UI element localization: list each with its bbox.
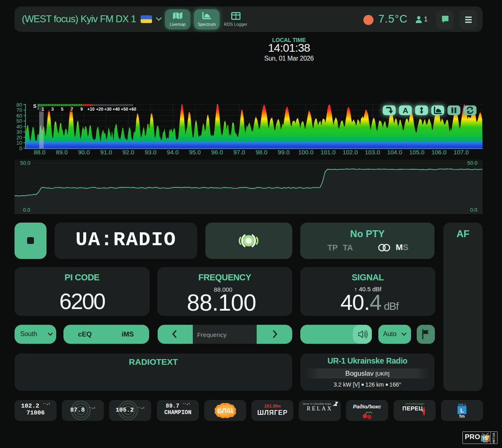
svg-text:10: 10 [17,140,22,146]
svg-text:+30: +30 [104,107,112,111]
svg-text:99.0: 99.0 [278,149,289,156]
svg-text:102.0: 102.0 [343,149,358,156]
svg-text:+20: +20 [96,107,103,111]
svg-text:7: 7 [71,107,73,111]
svg-text:91.0: 91.0 [100,149,112,156]
svg-text:30: 30 [17,129,22,135]
svg-text:50.0: 50.0 [20,160,30,166]
svg-text:L: L [460,407,464,414]
svg-text:50.0: 50.0 [467,160,477,166]
svg-text:5: 5 [61,107,63,111]
svg-text:9: 9 [80,107,83,111]
svg-text:88.0: 88.0 [34,149,45,156]
svg-text:60: 60 [17,113,22,119]
svg-text:98.0: 98.0 [255,149,267,156]
svg-text:101.0: 101.0 [321,149,336,156]
svg-text:A: A [403,106,408,115]
svg-text:90.0: 90.0 [78,149,90,156]
svg-text:0.0: 0.0 [23,207,30,213]
svg-text:95.0: 95.0 [189,149,201,156]
svg-text:40: 40 [17,124,22,130]
svg-text:107.0: 107.0 [453,149,469,156]
svg-text:70: 70 [17,107,22,113]
svg-text:0: 0 [19,145,22,151]
svg-text:96.0: 96.0 [211,149,223,156]
svg-text:+10: +10 [87,107,95,111]
svg-text:97.0: 97.0 [233,149,245,156]
svg-text:TV: TV [482,436,489,442]
svg-text:0.0: 0.0 [470,207,477,213]
svg-text:+60: +60 [129,107,136,111]
svg-text:104.0: 104.0 [387,149,403,156]
svg-text:89.0: 89.0 [56,149,67,156]
svg-text:103.0: 103.0 [365,149,380,156]
svg-text:20: 20 [17,135,22,141]
svg-text:+50: +50 [121,107,128,111]
svg-text:50: 50 [17,118,22,124]
svg-text:100.0: 100.0 [298,149,314,156]
svg-text:92.0: 92.0 [122,149,134,156]
svg-text:93.0: 93.0 [145,149,156,156]
svg-text:106.1: 106.1 [458,403,466,406]
svg-text:БЛіЦ: БЛіЦ [217,407,233,415]
svg-text:106.0: 106.0 [431,149,447,156]
svg-text:80: 80 [17,102,22,108]
svg-text:fm: fm [459,414,465,419]
svg-text:S: S [33,103,36,109]
svg-text:+40: +40 [113,107,120,111]
svg-text:3: 3 [51,107,54,111]
svg-text:94.0: 94.0 [167,149,179,156]
svg-text:105.0: 105.0 [409,149,425,156]
svg-text:1: 1 [42,107,44,111]
